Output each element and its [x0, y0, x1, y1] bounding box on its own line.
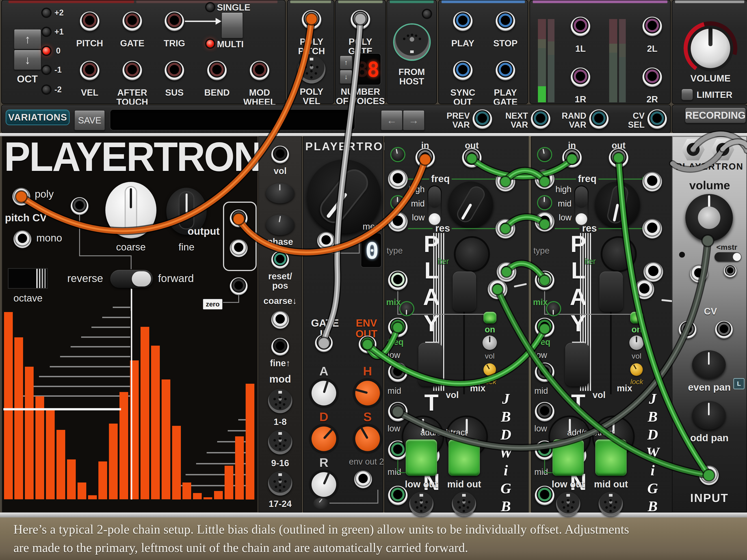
filter2-cv-jack-1[interactable] [535, 169, 555, 189]
filter1-in-jack[interactable] [415, 148, 435, 168]
seq-bar-23[interactable] [235, 436, 244, 500]
seq-bar-8[interactable] [78, 482, 86, 499]
play-gate-jack[interactable] [495, 61, 515, 80]
filter2-low-out-button[interactable] [552, 439, 584, 476]
save-button[interactable]: SAVE [74, 110, 105, 130]
filter1-mid-out-button[interactable] [448, 439, 480, 476]
voices-down-button[interactable]: ↓ [340, 70, 352, 84]
sync-out-jack[interactable] [453, 61, 473, 80]
strip-vol-jack[interactable] [271, 145, 289, 163]
filter2-mix-mod-out-jack[interactable] [635, 279, 654, 299]
seq-bar-9[interactable] [88, 495, 97, 499]
stop-jack[interactable] [495, 11, 515, 31]
filter1-type-jack[interactable] [388, 271, 408, 290]
seq-bar-24[interactable] [246, 384, 254, 500]
env-out-jack[interactable] [359, 336, 377, 353]
filter2-lock-knob[interactable] [630, 363, 643, 376]
mono-input-jack[interactable] [14, 230, 31, 248]
filter1-freq-cv-jack[interactable] [388, 318, 408, 337]
decay-knob[interactable] [311, 426, 336, 451]
filter2-bias-dial-1[interactable] [538, 148, 551, 161]
seq-bar-21[interactable] [214, 491, 223, 499]
master-volume-knob[interactable] [691, 29, 730, 68]
oct-down-button[interactable]: ↓ [14, 50, 41, 70]
panel-cv-main-jack[interactable] [690, 265, 708, 283]
voices-up-button[interactable]: ↑ [340, 56, 352, 70]
coarse-knob[interactable] [105, 182, 156, 238]
trig-jack[interactable] [164, 11, 184, 31]
filter1-mid-cv-jack[interactable] [388, 402, 408, 422]
poly-gate-jack[interactable] [351, 10, 370, 30]
panel-aux-jack[interactable] [724, 265, 737, 277]
direction-cv-jack[interactable] [71, 197, 88, 215]
strip-trim-knob[interactable] [266, 183, 294, 204]
seq-bar-16[interactable] [162, 379, 170, 499]
poly-input-jack[interactable] [12, 188, 30, 206]
even-pan-knob[interactable] [692, 350, 726, 379]
filter2-freq-mod-out-jack[interactable] [642, 172, 662, 191]
gate-jack[interactable] [122, 11, 142, 31]
filter2-mix-slider-handle[interactable] [599, 271, 623, 312]
play-jack[interactable] [453, 11, 473, 31]
seq-bar-14[interactable] [140, 327, 149, 499]
env-out2-trim-knob[interactable] [313, 498, 329, 509]
filter2-type-jack[interactable] [535, 271, 555, 290]
filter2-out-jack[interactable] [609, 148, 628, 168]
seq-bar-6[interactable] [56, 430, 65, 499]
filter2-res-mod-out-jack[interactable] [642, 219, 662, 239]
filter2-freq-rotary-knob[interactable] [595, 182, 640, 228]
filter2-iter-mod-out-jack[interactable] [643, 262, 663, 282]
output-jack-2[interactable] [230, 239, 248, 257]
out-2r-jack[interactable] [642, 68, 662, 87]
filter1-mix-mod-out-jack[interactable] [488, 279, 508, 299]
hold-knob[interactable] [355, 381, 380, 405]
seq-bar-1[interactable] [4, 312, 13, 499]
rand-var-jack[interactable] [589, 109, 609, 129]
filter1-iter-mod-out-jack[interactable] [497, 262, 516, 282]
bend-jack[interactable] [207, 61, 227, 80]
seq-bar-22[interactable] [225, 466, 233, 499]
filter2-bias-dial-3[interactable] [547, 302, 560, 315]
seq-bar-18[interactable] [182, 482, 191, 499]
poly-pitch-jack[interactable] [302, 10, 321, 30]
panel-input-jack[interactable] [699, 465, 719, 485]
filter2-band-switch-handle[interactable] [575, 186, 588, 208]
variation-name-field[interactable] [110, 110, 355, 130]
aftertouch-jack[interactable] [122, 61, 142, 80]
filter1-on-button[interactable] [484, 312, 496, 323]
filter2-bias-dial-2[interactable] [538, 196, 551, 209]
filter1-out-jack[interactable] [462, 148, 482, 168]
filter2-freq-cv-jack[interactable] [535, 318, 555, 337]
filter2-vol-small-knob[interactable] [629, 336, 644, 350]
strip-fine-up-jack[interactable] [271, 338, 289, 356]
panel-volume-knob[interactable] [685, 194, 733, 241]
filter2-low-cv-jack[interactable] [535, 363, 555, 382]
filter2-mid-cv-jack[interactable] [535, 402, 555, 422]
strip-reset-pos-jack[interactable] [271, 251, 289, 269]
seq-bar-17[interactable] [172, 426, 181, 500]
seq-bar-3[interactable] [25, 367, 34, 499]
filter1-bias-dial-1[interactable] [391, 148, 404, 161]
out-2l-jack[interactable] [642, 17, 662, 36]
attack-knob[interactable] [311, 381, 336, 405]
filter2-cv-jack-2[interactable] [535, 212, 555, 232]
sequence-bar-chart[interactable] [3, 289, 256, 500]
seq-bar-10[interactable] [98, 461, 107, 499]
filter1-res-knob[interactable] [456, 238, 488, 270]
filter2-on-button[interactable] [630, 312, 643, 323]
seq-bar-7[interactable] [67, 459, 76, 499]
panel-cv-jack-left[interactable] [679, 321, 697, 339]
odd-pan-knob[interactable] [692, 401, 726, 430]
filter1-bias-dial-2[interactable] [391, 196, 404, 209]
seq-bar-5[interactable] [46, 409, 55, 499]
filter1-bias-dial-3[interactable] [400, 302, 413, 315]
out-1r-jack[interactable] [571, 68, 590, 87]
vel-jack[interactable] [80, 61, 100, 80]
filter1-iter-slider-handle[interactable] [418, 343, 442, 386]
seq-bar-19[interactable] [193, 493, 202, 499]
gate-in-jack[interactable] [315, 334, 333, 352]
next-page-button[interactable]: → [403, 110, 424, 130]
prev-var-jack[interactable] [472, 109, 492, 129]
seq-bar-11[interactable] [109, 424, 118, 499]
env-out2-jack[interactable] [354, 471, 372, 488]
